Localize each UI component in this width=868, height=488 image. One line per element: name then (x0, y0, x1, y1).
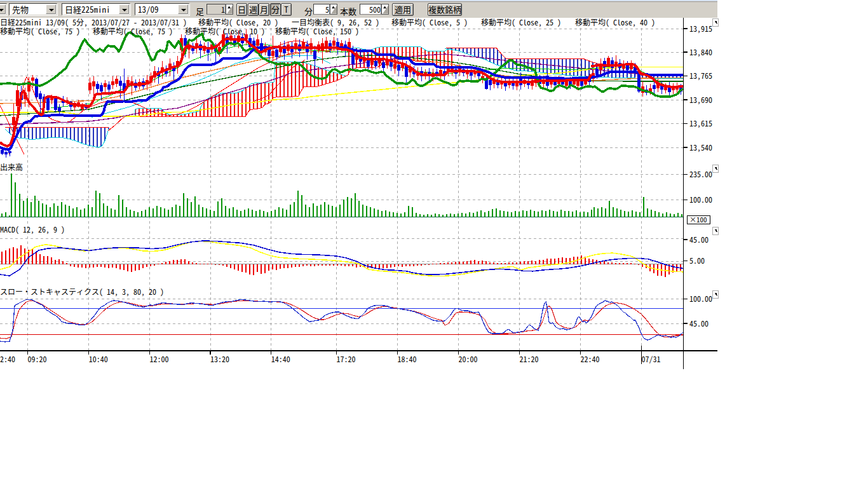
svg-text:2:40: 2:40 (0, 353, 15, 364)
svg-text:移動平均( Close, 25 ): 移動平均( Close, 25 ) (481, 17, 561, 27)
svg-text:13,615: 13,615 (689, 118, 712, 128)
svg-text:移動平均( Close, 10 ): 移動平均( Close, 10 ) (185, 25, 265, 36)
svg-text:22:40: 22:40 (581, 353, 600, 364)
svg-text:移動平均( Close, 5 ): 移動平均( Close, 5 ) (391, 17, 468, 27)
svg-text:20:00: 20:00 (459, 353, 478, 364)
svg-text:18:40: 18:40 (398, 353, 417, 364)
svg-text:100: 100 (696, 214, 707, 224)
svg-text:13:20: 13:20 (210, 353, 229, 364)
svg-text:13,915: 13,915 (689, 23, 712, 34)
svg-text:45.00: 45.00 (689, 318, 709, 329)
svg-text:100.00: 100.00 (689, 293, 712, 304)
svg-text:移動平均( Close, 75 ): 移動平均( Close, 75 ) (93, 25, 173, 36)
svg-text:移動平均( Close, 40 ): 移動平均( Close, 40 ) (575, 17, 655, 27)
svg-text:17:20: 17:20 (337, 353, 356, 364)
svg-text:14:40: 14:40 (271, 353, 290, 364)
svg-text:移動平均( Close, 150 ): 移動平均( Close, 150 ) (275, 25, 359, 36)
svg-text:出来高: 出来高 (0, 161, 23, 172)
svg-text:13,540: 13,540 (689, 142, 712, 152)
svg-text:10:40: 10:40 (89, 353, 108, 364)
svg-text:スロー・ストキャスティクス( 14, 3, 80, 20 ): スロー・ストキャスティクス( 14, 3, 80, 20 ) (0, 286, 164, 297)
svg-text:移動平均( Close, 75 ): 移動平均( Close, 75 ) (0, 25, 80, 36)
svg-text:235.00: 235.00 (689, 168, 712, 179)
svg-text:13,690: 13,690 (689, 94, 712, 105)
svg-text:13,765: 13,765 (689, 70, 712, 81)
svg-text:12:00: 12:00 (149, 353, 168, 364)
svg-text:09:20: 09:20 (28, 353, 47, 364)
svg-text:21:20: 21:20 (520, 353, 539, 364)
svg-text:MACD( 12, 26, 9 ): MACD( 12, 26, 9 ) (0, 224, 65, 234)
svg-text:07/31: 07/31 (642, 353, 661, 364)
svg-text:5.00: 5.00 (689, 255, 705, 266)
svg-text:45.00: 45.00 (689, 234, 709, 245)
svg-text:100.00: 100.00 (689, 194, 712, 205)
svg-text:13,840: 13,840 (689, 46, 712, 57)
svg-text:×: × (689, 214, 696, 224)
